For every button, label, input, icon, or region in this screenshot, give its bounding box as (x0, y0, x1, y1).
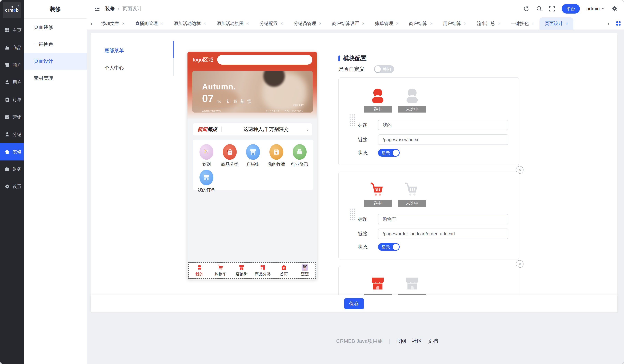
submenu-item-one-key-color[interactable]: 一键换色 (24, 36, 87, 53)
link-input[interactable] (378, 135, 508, 145)
search-icon[interactable] (536, 5, 542, 12)
home-icon (4, 149, 10, 154)
logo-dot (11, 6, 13, 8)
close-icon[interactable]: × (247, 21, 249, 26)
close-icon[interactable]: × (498, 21, 500, 26)
nav-item-goods-category[interactable]: 商品分类 (252, 263, 273, 278)
sidebar-item-goods[interactable]: 商品 (0, 39, 24, 56)
sidebar-item-home[interactable]: 主页 (0, 22, 24, 39)
footer-link-community[interactable]: 社区 (412, 338, 422, 345)
title-input[interactable] (378, 214, 508, 224)
nav-item-home[interactable]: 首页 (273, 263, 294, 278)
tab-merchant-settle-config[interactable]: 商户结算设置× (327, 17, 370, 29)
submenu-item-page-design[interactable]: 页面设计 (24, 53, 87, 70)
close-icon[interactable]: × (566, 21, 568, 26)
close-icon[interactable]: × (122, 21, 125, 26)
banner-subtitle: 初秋新赏 (226, 99, 254, 104)
sidebar-item-order[interactable]: 订单 (0, 91, 24, 108)
selected-icon-tile[interactable]: 选中 (364, 275, 392, 295)
footer-link-official[interactable]: 官网 (396, 338, 406, 345)
link-input[interactable] (378, 228, 508, 239)
status-toggle[interactable]: 显示 (378, 243, 400, 251)
username: admin (586, 6, 600, 11)
grid-item-shop-street[interactable]: 店铺街 (241, 144, 265, 167)
bottom-nav-module[interactable]: 我的 购物车 店铺街 商品分类 (188, 262, 316, 279)
nav-item-browse[interactable]: 逛逛 (294, 263, 315, 278)
banner-photo[interactable]: Autumn. 07 /30 初秋新赏 ABOUT NEWS ELEGANT C… (192, 71, 313, 113)
tab-live-room[interactable]: 直播间管理× (130, 17, 168, 29)
close-icon[interactable]: × (281, 21, 283, 26)
submenu-item-page-decoration[interactable]: 页面装修 (24, 19, 87, 36)
tab-bill-manage[interactable]: 账单管理× (370, 17, 404, 29)
tabs-scroll-left[interactable]: ‹ (87, 17, 96, 29)
user-menu[interactable]: admin (586, 6, 605, 11)
designer-menu-bottom-nav[interactable]: 底部菜单 (104, 47, 124, 54)
breadcrumb-root[interactable]: 装修 (105, 5, 115, 12)
news-headline[interactable]: 这两种人,千万别深交 (225, 126, 307, 133)
sidebar-item-finance[interactable]: 财务 (0, 160, 24, 178)
nav-item-mine[interactable]: 我的 (189, 263, 210, 278)
tab-user-settle[interactable]: 用户结算× (438, 17, 472, 29)
tab-merchant-settle[interactable]: 商户结算× (404, 17, 438, 29)
unselected-icon-tile[interactable]: 未选中 (398, 275, 426, 295)
icon-tiles: 选中 未选中 (364, 87, 426, 113)
tabs-scroll-right[interactable]: › (604, 17, 613, 29)
unselected-icon-tile[interactable]: 未选中 (398, 181, 426, 207)
grid-item-industry-news[interactable]: 行业资讯 (288, 144, 311, 167)
tab-distributor-manage[interactable]: 分销员管理× (288, 17, 327, 29)
drag-handle[interactable] (349, 114, 355, 126)
drag-handle[interactable] (349, 208, 355, 220)
grid-item-sign-in[interactable]: 签到 (195, 144, 218, 167)
close-icon[interactable]: × (362, 21, 364, 26)
tabs-list-icon[interactable] (613, 17, 624, 29)
tab-flow-summary[interactable]: 流水汇总× (472, 17, 506, 29)
fullscreen-icon[interactable] (549, 5, 555, 12)
tab-activity-atmosphere[interactable]: 添加活动氛围× (211, 17, 255, 29)
sidebar-item-marketing[interactable]: 营销 (0, 108, 24, 126)
phone-search-pill[interactable] (217, 55, 312, 65)
save-button[interactable]: 保存 (344, 298, 364, 309)
close-icon[interactable]: × (532, 21, 534, 26)
submenu-item-material[interactable]: 素材管理 (24, 70, 87, 87)
unselected-icon-tile[interactable]: 未选中 (398, 87, 426, 113)
briefcase-icon (4, 166, 10, 172)
close-icon[interactable]: × (430, 21, 433, 26)
chevron-right-icon[interactable]: › (307, 127, 309, 132)
selected-icon-tile[interactable]: 选中 (364, 181, 392, 207)
tab-page-design[interactable]: 页面设计× (540, 17, 573, 29)
designer-menu-personal-center[interactable]: 个人中心 (104, 65, 124, 71)
platform-badge[interactable]: 平台 (562, 4, 580, 14)
tab-distribution-config[interactable]: 分销配置× (255, 17, 288, 29)
nav-item-cart[interactable]: 购物车 (210, 263, 231, 278)
close-icon[interactable]: × (396, 21, 398, 26)
grid-item-my-favorites[interactable]: 我的收藏 (265, 144, 288, 167)
close-icon[interactable]: × (160, 21, 163, 26)
status-toggle[interactable]: 显示 (378, 149, 400, 157)
close-icon[interactable]: × (464, 21, 467, 26)
tab-activity-border[interactable]: 添加活动边框× (168, 17, 211, 29)
sidebar-item-decoration[interactable]: 装修 (0, 143, 24, 160)
custom-toggle[interactable]: 关闭 (374, 65, 394, 73)
selected-icon-tile[interactable]: 选中 (364, 87, 392, 113)
toggle-knob (375, 66, 381, 72)
collapse-menu-icon[interactable] (94, 5, 100, 12)
close-icon[interactable]: × (204, 21, 206, 26)
footer-link-docs[interactable]: 文档 (428, 338, 438, 345)
settings-gear-icon[interactable] (611, 5, 618, 12)
close-icon[interactable]: × (319, 21, 322, 26)
refresh-icon[interactable] (523, 5, 529, 12)
secondary-sidebar-title: 装修 (24, 0, 87, 19)
grid-item-goods-category[interactable]: 商品分类 (218, 144, 241, 167)
sidebar-item-merchant[interactable]: 商户 (0, 56, 24, 74)
sidebar-item-distribution[interactable]: 分销 (0, 126, 24, 143)
home-icon (281, 264, 287, 271)
sidebar-item-settings[interactable]: 设置 (0, 178, 24, 195)
module-card-mine: 选中 未选中 标题 链接 (338, 77, 519, 165)
category-grid-icon (260, 264, 266, 271)
tab-one-key-color[interactable]: 一键换色× (506, 17, 540, 29)
sidebar-item-user[interactable]: 用户 (0, 74, 24, 91)
title-input[interactable] (378, 120, 508, 130)
grid-item-my-orders[interactable]: 我的订单 (195, 170, 218, 193)
tab-add-article[interactable]: 添加文章× (96, 17, 130, 29)
nav-item-shop-street[interactable]: 店铺街 (231, 263, 252, 278)
